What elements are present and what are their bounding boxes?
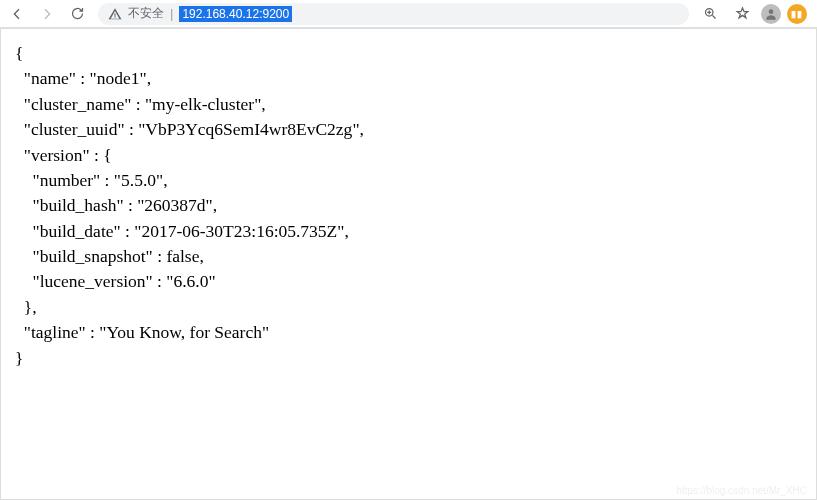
pause-icon: ▮▮ (791, 9, 803, 19)
json-name: node1 (97, 68, 140, 88)
arrow-left-icon (9, 6, 25, 22)
json-build-snapshot: false (166, 246, 199, 266)
profile-avatar[interactable] (761, 4, 781, 24)
reload-button[interactable] (64, 2, 90, 26)
json-tagline: You Know, for Search (106, 322, 262, 342)
notification-badge[interactable]: ▮▮ (787, 4, 807, 24)
json-response-body: { "name" : "node1", "cluster_name" : "my… (0, 28, 817, 500)
bookmark-button[interactable] (729, 2, 755, 26)
zoom-button[interactable] (697, 2, 723, 26)
json-build-date: 2017-06-30T23:16:05.735Z (141, 221, 337, 241)
arrow-right-icon (39, 6, 55, 22)
forward-button[interactable] (34, 2, 60, 26)
person-icon (764, 7, 778, 21)
browser-toolbar: 不安全 | 192.168.40.12:9200 ▮▮ (0, 0, 817, 28)
toolbar-right: ▮▮ (697, 2, 813, 26)
separator: | (170, 6, 173, 21)
warning-icon (108, 7, 122, 21)
json-version-number: 5.5.0 (121, 170, 156, 190)
json-cluster-name: my-elk-cluster (152, 94, 254, 114)
address-bar[interactable]: 不安全 | 192.168.40.12:9200 (98, 3, 689, 25)
zoom-icon (703, 6, 718, 21)
json-cluster-uuid: VbP3Ycq6SemI4wr8EvC2zg (145, 119, 352, 139)
json-build-hash: 260387d (144, 195, 205, 215)
watermark: https://blog.csdn.net/Mr_XHC (676, 485, 807, 496)
security-label: 不安全 (128, 5, 164, 22)
back-button[interactable] (4, 2, 30, 26)
svg-point-1 (769, 9, 774, 14)
url-text: 192.168.40.12:9200 (179, 6, 292, 22)
star-icon (735, 6, 750, 21)
json-lucene-version: 6.6.0 (173, 271, 208, 291)
reload-icon (70, 6, 85, 21)
